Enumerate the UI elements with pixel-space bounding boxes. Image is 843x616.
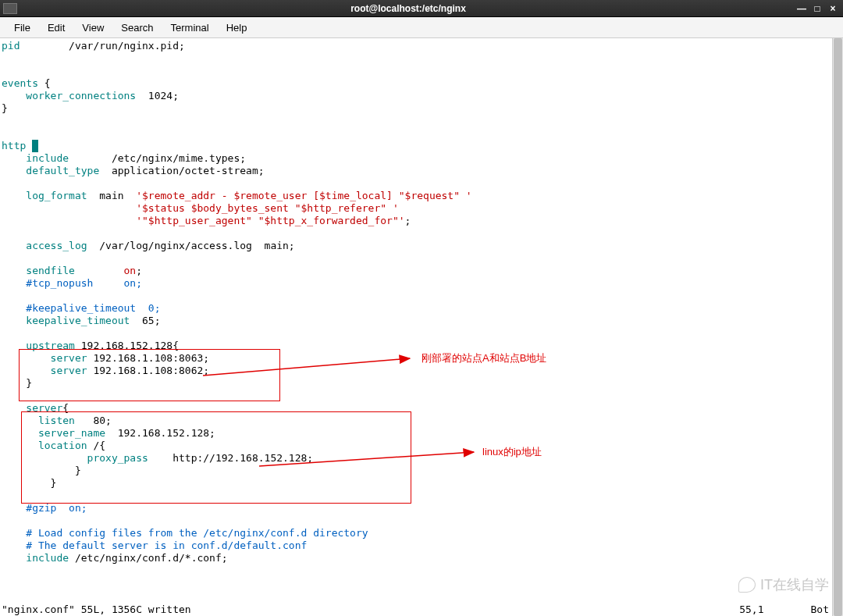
- menu-search[interactable]: Search: [113, 20, 161, 36]
- window-icon: [3, 3, 17, 14]
- status-position: 55,1: [739, 604, 810, 616]
- window-title: root@localhost:/etc/nginx: [20, 3, 796, 14]
- editor-content[interactable]: pid /var/run/nginx.pid; events { worker_…: [0, 38, 843, 564]
- menu-file[interactable]: File: [6, 20, 38, 36]
- menu-terminal[interactable]: Terminal: [163, 20, 217, 36]
- close-button[interactable]: ×: [827, 3, 838, 14]
- wechat-icon: [738, 577, 756, 593]
- status-message: "nginx.conf" 55L, 1356C written: [2, 604, 739, 616]
- menu-help[interactable]: Help: [219, 20, 255, 36]
- menu-edit[interactable]: Edit: [40, 20, 73, 36]
- vim-statusbar: "nginx.conf" 55L, 1356C written 55,1 Bot: [0, 604, 832, 616]
- watermark: IT在线自学: [738, 577, 829, 593]
- minimize-button[interactable]: —: [796, 3, 807, 14]
- menu-view[interactable]: View: [74, 20, 112, 36]
- menubar: File Edit View Search Terminal Help: [0, 17, 843, 38]
- scrollbar-thumb[interactable]: [834, 38, 842, 616]
- window-buttons: — □ ×: [796, 3, 843, 14]
- window-titlebar: root@localhost:/etc/nginx — □ ×: [0, 0, 843, 17]
- scrollbar[interactable]: [832, 38, 843, 616]
- maximize-button[interactable]: □: [812, 3, 823, 14]
- watermark-text: IT在线自学: [760, 579, 829, 591]
- terminal-pane[interactable]: pid /var/run/nginx.pid; events { worker_…: [0, 38, 843, 616]
- annotation-text-1: 刚部署的站点A和站点B地址: [422, 352, 546, 365]
- annotation-text-2: linux的ip地址: [482, 446, 542, 458]
- status-scroll: Bot: [811, 604, 832, 616]
- cursor: [32, 140, 38, 152]
